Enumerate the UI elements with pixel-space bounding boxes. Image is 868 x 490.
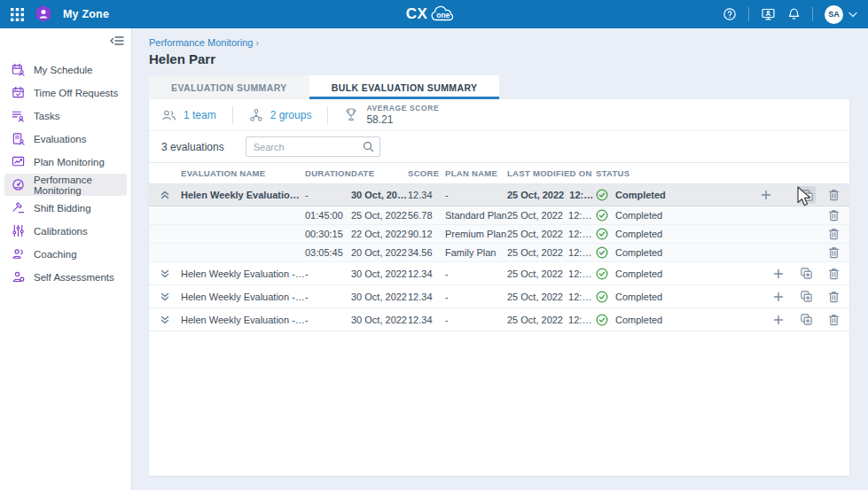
- average-score-label: AVERAGE SCORE: [366, 104, 439, 113]
- sidebar-item-plan-monitoring[interactable]: Plan Monitoring: [4, 151, 127, 173]
- copy-button[interactable]: [797, 311, 815, 329]
- score-value: 12.34: [408, 292, 445, 302]
- status-badge: Completed: [596, 291, 757, 303]
- copy-button[interactable]: [798, 186, 815, 204]
- col-last-modified: LAST MODIFIED ON: [507, 168, 596, 178]
- table-row[interactable]: 01:45:00 25 Oct, 2022 56.78 Standard Pla…: [149, 206, 849, 225]
- sidebar-item-calibrations[interactable]: Calibrations: [4, 220, 127, 242]
- plan-name-value: Family Plan: [445, 247, 507, 258]
- score-value: 56.78: [408, 210, 445, 221]
- groups-link[interactable]: 2 groups: [249, 108, 312, 122]
- teams-link[interactable]: 1 team: [161, 108, 216, 122]
- trash-icon: [828, 314, 840, 326]
- score-value: 12.34: [408, 190, 445, 200]
- tab-bulk-evaluation-summary[interactable]: BULK EVALUATION SUMMARY: [309, 75, 500, 99]
- plus-icon: [773, 292, 784, 302]
- sidebar-item-performance-monitoring[interactable]: Performance Monitoring: [4, 174, 127, 196]
- app-launcher-button[interactable]: [11, 8, 24, 21]
- sidebar-item-shift-bidding[interactable]: Shift Bidding: [4, 197, 127, 219]
- my-schedule-icon: [12, 63, 25, 76]
- evaluation-name: Helen Weekly Evaluation - June 20: [181, 315, 305, 325]
- table-row[interactable]: 03:05:45 20 Oct, 2022 34.56 Family Plan …: [149, 244, 849, 262]
- add-evaluation-button[interactable]: [770, 288, 787, 306]
- sidebar-nav: My Schedule Time Off Requests Tasks Eval…: [0, 50, 131, 289]
- status-label: Completed: [615, 229, 662, 239]
- topbar-divider: [748, 7, 749, 21]
- shift-bidding-icon: [12, 201, 25, 214]
- plan-name-value: -: [445, 190, 507, 200]
- performance-monitoring-icon: [12, 178, 25, 191]
- breadcrumb-link[interactable]: Performance Monitoring: [149, 37, 253, 48]
- tab-bar: EVALUATION SUMMARYBULK EVALUATION SUMMAR…: [149, 75, 849, 99]
- sidebar-item-self-assessments[interactable]: Self Assessments: [4, 266, 127, 288]
- main-content: Performance Monitoring› Helen Parr EVALU…: [132, 28, 868, 490]
- delete-button[interactable]: [825, 311, 842, 329]
- table-header-row: EVALUATION NAME DURATION DATE SCORE PLAN…: [149, 162, 849, 184]
- col-status: STATUS: [596, 168, 757, 178]
- last-modified-value: 25 Oct, 2022 12:45 PM: [507, 268, 596, 279]
- delete-button[interactable]: [825, 186, 842, 204]
- sidebar-item-evaluations[interactable]: Evaluations: [4, 128, 127, 150]
- delete-button[interactable]: [825, 244, 842, 261]
- completed-check-icon: [596, 228, 608, 240]
- table-row[interactable]: Helen Weekly Evaluation - June 20 - 30 O…: [149, 285, 849, 308]
- table-row[interactable]: Helen Weekly Evaluation - June 20 - 30 O…: [149, 308, 849, 331]
- table-row[interactable]: Helen Weekly Evaluation - June 20 - 30 O…: [149, 262, 849, 285]
- add-evaluation-button[interactable]: [770, 265, 787, 283]
- help-button[interactable]: [723, 7, 737, 21]
- breadcrumb-chevron-icon: ›: [255, 38, 258, 48]
- plus-icon: [773, 315, 784, 325]
- expand-toggle-button[interactable]: [160, 315, 170, 325]
- tab-evaluation-summary[interactable]: EVALUATION SUMMARY: [149, 75, 309, 99]
- table-toolbar: 3 evaluations: [149, 131, 849, 162]
- delete-button[interactable]: [825, 225, 842, 243]
- sidebar-collapse-button[interactable]: [110, 35, 124, 47]
- calibrations-icon: [12, 224, 25, 237]
- sidebar-item-coaching[interactable]: Coaching: [4, 243, 127, 265]
- status-label: Completed: [615, 190, 666, 200]
- copy-button[interactable]: [797, 265, 815, 283]
- agent-console-icon: [761, 7, 776, 21]
- completed-check-icon: [596, 314, 608, 326]
- completed-check-icon: [596, 189, 608, 201]
- copy-icon: [800, 290, 813, 303]
- copy-icon: [800, 267, 813, 280]
- plan-name-value: Premium Plan: [445, 229, 507, 239]
- add-evaluation-button[interactable]: [770, 311, 787, 329]
- search-input[interactable]: [246, 136, 380, 157]
- date-value: 30 Oct, 2022: [351, 292, 408, 302]
- table-body: Helen Weekly Evaluation - June... - 30 O…: [149, 184, 849, 331]
- agent-console-button[interactable]: [761, 7, 776, 21]
- evaluation-name: Helen Weekly Evaluation - June...: [181, 190, 305, 200]
- last-modified-value: 25 Oct, 2022 12:45 PM: [507, 210, 596, 221]
- completed-check-icon: [596, 291, 608, 303]
- table-row[interactable]: 00:30:15 22 Oct, 2022 90.12 Premium Plan…: [149, 225, 849, 244]
- sidebar-item-my-schedule[interactable]: My Schedule: [4, 58, 127, 81]
- trash-icon: [828, 291, 840, 303]
- score-value: 90.12: [408, 229, 445, 239]
- groups-icon: [249, 108, 263, 122]
- duration-value: -: [305, 268, 351, 279]
- notifications-button[interactable]: [787, 7, 801, 21]
- user-menu-button[interactable]: SA: [825, 5, 857, 24]
- delete-button[interactable]: [825, 206, 842, 224]
- date-value: 30 Oct, 2022: [351, 315, 408, 325]
- copy-icon: [800, 313, 813, 326]
- delete-button[interactable]: [825, 265, 842, 283]
- average-score-value: 58.21: [366, 113, 439, 126]
- duration-value: -: [305, 315, 351, 325]
- delete-button[interactable]: [825, 288, 842, 306]
- evaluation-name: Helen Weekly Evaluation - June 20: [181, 268, 305, 279]
- help-icon: [723, 7, 737, 21]
- app-launcher-icon: [11, 8, 24, 21]
- completed-check-icon: [596, 246, 608, 259]
- table-row[interactable]: Helen Weekly Evaluation - June... - 30 O…: [149, 184, 849, 206]
- page-title: Helen Parr: [149, 51, 849, 66]
- last-modified-value: 25 Oct, 2022 12:45 PM: [507, 229, 596, 239]
- copy-button[interactable]: [797, 288, 815, 306]
- sidebar: My Schedule Time Off Requests Tasks Eval…: [0, 28, 132, 490]
- col-score: SCORE: [408, 168, 445, 178]
- add-evaluation-button[interactable]: [757, 186, 774, 204]
- sidebar-item-time-off-requests[interactable]: Time Off Requests: [4, 82, 127, 104]
- sidebar-item-tasks[interactable]: Tasks: [4, 105, 127, 127]
